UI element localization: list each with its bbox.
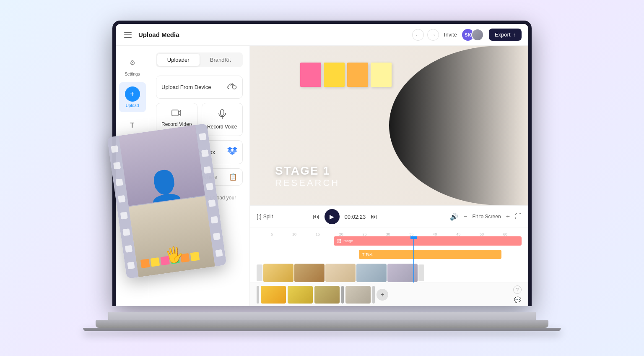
- video-frame-4: [356, 264, 387, 282]
- video-frame-1: [263, 264, 293, 282]
- laptop-notch: [305, 21, 339, 23]
- export-button[interactable]: Export ↑: [489, 29, 522, 41]
- upload-from-device-option[interactable]: Upload From Device: [156, 76, 243, 99]
- film-hole: [127, 262, 135, 269]
- film-hole: [111, 145, 119, 153]
- play-button[interactable]: ▶: [325, 209, 340, 224]
- cursor-hand-icon: 🖐: [164, 245, 185, 265]
- time-display: 00:02:23: [345, 214, 366, 220]
- record-voice-label: Record Voice: [207, 124, 237, 130]
- video-frames-row: [250, 263, 528, 283]
- track-image[interactable]: 🖼 Image: [334, 236, 522, 246]
- video-frame-2: [294, 264, 325, 282]
- minus-zoom-button[interactable]: −: [463, 213, 467, 220]
- thumb-frame-1: [261, 286, 286, 304]
- film-hole: [208, 199, 216, 207]
- avatar-group: SK: [462, 29, 484, 41]
- playhead-marker: [410, 236, 417, 239]
- settings-icon: ⚙: [125, 55, 140, 70]
- playback-controls: ⏮ ▶ 00:02:23 ⏭: [313, 209, 378, 224]
- user-avatar-photo: [471, 29, 484, 41]
- film-hole: [201, 149, 209, 157]
- stage-overlay: STAGE 1 RESEARCH: [275, 164, 340, 188]
- preview-area: STAGE 1 RESEARCH [:] Split: [250, 46, 528, 306]
- strip-divider[interactable]: [341, 286, 344, 304]
- app-title: Upload Media: [138, 31, 179, 38]
- frame-handle-left[interactable]: [257, 264, 262, 281]
- timeline-area: [:] Split ⏮ ▶ 00:02:23 ⏭ 🔊: [250, 205, 528, 306]
- tab-brandkit[interactable]: BrandKit: [200, 54, 242, 66]
- film-frame-bottom: [129, 196, 215, 277]
- ruler-tick: 15: [316, 232, 320, 236]
- video-frame-3: [325, 264, 356, 282]
- sticky-notes-group: [300, 63, 392, 87]
- fit-screen-label[interactable]: Fit to Screen: [473, 214, 501, 220]
- back-arrow-button[interactable]: ←: [412, 29, 424, 41]
- sticky-note-yellow1: [324, 63, 345, 87]
- film-frame-top: 👤: [119, 125, 205, 206]
- ruler-tick: 50: [480, 232, 484, 236]
- ruler-tick: 20: [339, 232, 343, 236]
- plus-zoom-button[interactable]: +: [506, 213, 510, 220]
- track-text-row: T Text: [250, 250, 528, 262]
- thumb-handle-left[interactable]: [257, 286, 259, 304]
- ruler-tick: 45: [456, 232, 460, 236]
- film-hole: [206, 183, 213, 190]
- film-hole: [118, 195, 125, 203]
- menu-icon[interactable]: [122, 30, 133, 39]
- fullscreen-icon[interactable]: ⛶: [515, 213, 522, 220]
- laptop-foot: [96, 320, 548, 328]
- track-text[interactable]: T Text: [359, 250, 501, 259]
- ruler-tick: 25: [363, 232, 367, 236]
- dropbox-icon: [227, 147, 237, 158]
- text-icon: T: [125, 118, 140, 133]
- ruler-tick: 35: [409, 232, 413, 236]
- timeline-ruler: 5 10 15 20 25 30 35 40 45 50 60: [250, 228, 528, 236]
- stage-title: STAGE 1: [275, 164, 340, 178]
- film-hole: [210, 216, 218, 224]
- volume-icon[interactable]: 🔊: [450, 213, 458, 221]
- add-clip-button[interactable]: +: [377, 289, 388, 301]
- record-video-icon: [171, 109, 182, 119]
- record-voice-icon: [218, 109, 226, 121]
- timeline-controls: [:] Split ⏮ ▶ 00:02:23 ⏭ 🔊: [250, 206, 528, 228]
- laptop-base: [108, 312, 536, 321]
- ruler-tick: 60: [503, 232, 507, 236]
- stage-subtitle: RESEARCH: [275, 178, 340, 188]
- film-hole: [122, 228, 130, 236]
- comment-icon[interactable]: 💬: [513, 296, 522, 304]
- frame-handle-right[interactable]: [418, 264, 424, 281]
- film-hole: [125, 245, 132, 253]
- film-hole: [113, 162, 121, 170]
- film-hole: [204, 166, 211, 174]
- sidebar-item-upload[interactable]: + Upload: [119, 82, 146, 112]
- split-button[interactable]: [:] Split: [257, 213, 273, 220]
- skip-forward-button[interactable]: ⏭: [371, 213, 377, 220]
- svg-rect-1: [172, 110, 178, 116]
- tab-uploader[interactable]: Uploader: [157, 54, 200, 66]
- sidebar-item-settings[interactable]: ⚙ Settings: [119, 51, 146, 81]
- video-frames-strip: [257, 263, 522, 283]
- sidebar-label-settings: Settings: [125, 72, 140, 76]
- upload-cloud-icon: [227, 82, 237, 92]
- upload-icon: +: [125, 86, 140, 102]
- sticky-note-pink: [300, 63, 321, 87]
- ruler-tick: 40: [433, 232, 437, 236]
- thumb-handle-right[interactable]: [372, 286, 375, 304]
- film-hole: [215, 249, 223, 257]
- help-icon[interactable]: ?: [513, 285, 522, 294]
- film-hole: [213, 233, 221, 240]
- skip-back-button[interactable]: ⏮: [313, 213, 319, 220]
- tracks-container: 🖼 Image T Text: [250, 236, 528, 283]
- thumbnail-strip: + ? 💬: [250, 283, 528, 306]
- svg-rect-2: [221, 110, 224, 115]
- playhead: [413, 236, 414, 283]
- svg-point-0: [233, 86, 236, 89]
- upload-device-label: Upload From Device: [161, 84, 211, 90]
- film-hole: [199, 133, 206, 141]
- tab-group: Uploader BrandKit: [156, 52, 243, 67]
- invite-button[interactable]: Invite: [444, 31, 457, 38]
- forward-arrow-button[interactable]: →: [427, 29, 439, 41]
- thumb-frame-3: [314, 286, 340, 304]
- laptop-bottom: [83, 328, 561, 331]
